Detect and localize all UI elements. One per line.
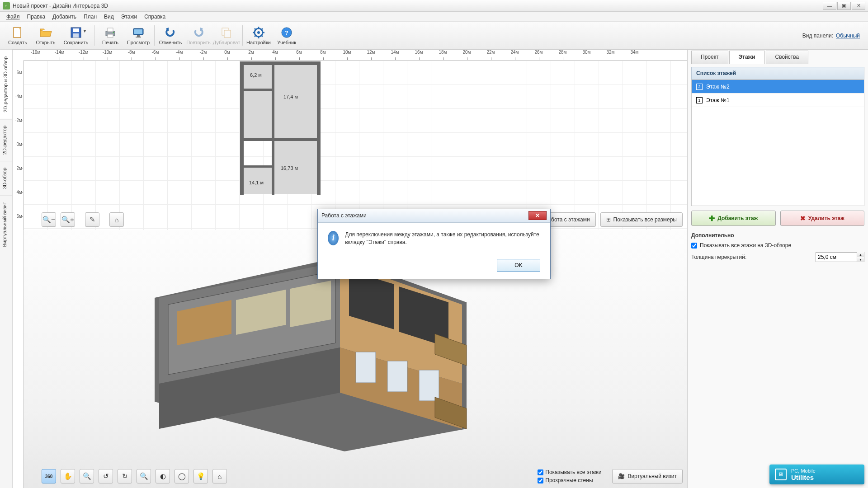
info-icon: i	[328, 231, 339, 245]
dialog-floors-info: Работа с этажами ✕ i Для переключения ме…	[317, 209, 551, 280]
dialog-title: Работа с этажами	[321, 212, 367, 219]
modal-overlay: Работа с этажами ✕ i Для переключения ме…	[0, 0, 868, 488]
dialog-close-button[interactable]: ✕	[528, 211, 547, 220]
dialog-ok-button[interactable]: OK	[497, 259, 540, 272]
dialog-text: Для переключения между этажами, а также …	[345, 231, 540, 247]
